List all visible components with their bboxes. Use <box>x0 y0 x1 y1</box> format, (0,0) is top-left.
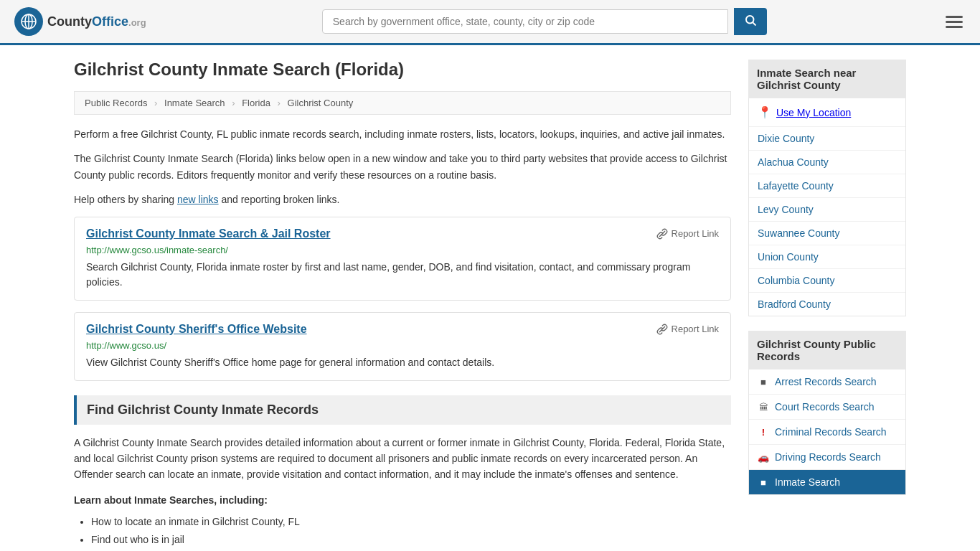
report-link-button-2[interactable]: Report Link <box>656 324 719 335</box>
description-1: Perform a free Gilchrist County, FL publ… <box>74 126 731 142</box>
link-card-1-desc: Search Gilchrist County, Florida inmate … <box>86 260 719 290</box>
breadcrumb-sep-3: › <box>278 98 281 108</box>
alachua-county-link[interactable]: Alachua County <box>758 156 829 168</box>
learn-section: Learn about Inmate Searches, including: … <box>74 494 731 549</box>
inmate-search-link[interactable]: Inmate Search <box>775 476 840 488</box>
find-section-header: Find Gilchrist County Inmate Records <box>74 395 731 425</box>
link-card-2-title[interactable]: Gilchrist County Sheriff's Office Websit… <box>86 323 307 336</box>
sidebar-item-lafayette: Lafayette County <box>749 174 905 198</box>
content-area: Gilchrist County Inmate Search (Florida)… <box>74 60 731 549</box>
court-records-link[interactable]: Court Records Search <box>775 401 875 413</box>
breadcrumb-florida[interactable]: Florida <box>242 98 270 108</box>
menu-button[interactable] <box>943 13 966 31</box>
inmate-icon: ■ <box>758 477 769 488</box>
sidebar-nearby-list: 📍 Use My Location Dixie County Alachua C… <box>748 98 906 316</box>
sidebar-inmate-search: ■ Inmate Search <box>749 470 905 494</box>
union-county-link[interactable]: Union County <box>758 251 819 263</box>
sidebar-driving-records: 🚗 Driving Records Search <box>749 445 905 470</box>
court-icon: 🏛 <box>758 402 769 413</box>
criminal-icon: ! <box>758 427 769 438</box>
link-card-1-header: Gilchrist County Inmate Search & Jail Ro… <box>86 227 719 240</box>
sidebar-item-union: Union County <box>749 245 905 269</box>
link-card-1-title[interactable]: Gilchrist County Inmate Search & Jail Ro… <box>86 227 331 240</box>
sidebar-item-suwannee: Suwannee County <box>749 222 905 245</box>
description-3: Help others by sharing new links and rep… <box>74 192 731 207</box>
new-links-link[interactable]: new links <box>177 194 219 205</box>
sidebar-use-my-location[interactable]: 📍 Use My Location <box>749 98 905 127</box>
logo-icon <box>14 7 43 36</box>
arrest-icon: ■ <box>758 377 769 387</box>
sidebar-item-columbia: Columbia County <box>749 269 905 293</box>
desc3-suffix: and reporting broken links. <box>219 194 340 205</box>
sidebar-item-alachua: Alachua County <box>749 151 905 174</box>
search-area <box>322 8 767 35</box>
svg-line-5 <box>753 22 755 25</box>
link-card-2-url[interactable]: http://www.gcso.us/ <box>86 340 719 351</box>
link-card-1: Gilchrist County Inmate Search & Jail Ro… <box>74 217 731 301</box>
find-section-title: Find Gilchrist County Inmate Records <box>87 402 721 418</box>
sidebar-criminal-records: ! Criminal Records Search <box>749 420 905 445</box>
levy-county-link[interactable]: Levy County <box>758 204 814 215</box>
location-icon: 📍 <box>758 105 772 119</box>
driving-icon: 🚗 <box>758 452 769 463</box>
link-card-2: Gilchrist County Sheriff's Office Websit… <box>74 312 731 381</box>
find-section-desc: A Gilchrist County Inmate Search provide… <box>74 435 731 483</box>
svg-line-6 <box>659 231 665 237</box>
driving-records-link[interactable]: Driving Records Search <box>775 451 881 463</box>
sidebar-item-dixie: Dixie County <box>749 127 905 151</box>
report-link-button-1[interactable]: Report Link <box>656 228 719 240</box>
sidebar-court-records: 🏛 Court Records Search <box>749 395 905 420</box>
breadcrumb-sep-2: › <box>232 98 235 108</box>
link-card-2-desc: View Gilchrist County Sheriff's Office h… <box>86 355 719 370</box>
sidebar-item-levy: Levy County <box>749 198 905 222</box>
breadcrumb-public-records[interactable]: Public Records <box>85 98 147 108</box>
search-button[interactable] <box>734 8 767 35</box>
description-2: The Gilchrist County Inmate Search (Flor… <box>74 151 731 183</box>
sidebar-public-records-list: ■ Arrest Records Search 🏛 Court Records … <box>748 369 906 495</box>
arrest-records-link[interactable]: Arrest Records Search <box>775 376 877 387</box>
sidebar-public-records-section: Gilchrist County Public Records ■ Arrest… <box>748 331 906 495</box>
report-link-label-2: Report Link <box>672 324 719 334</box>
columbia-county-link[interactable]: Columbia County <box>758 275 834 286</box>
learn-list: How to locate an inmate in Gilchrist Cou… <box>91 513 731 549</box>
page-title: Gilchrist County Inmate Search (Florida) <box>74 60 731 80</box>
logo-area: CountyOffice.org <box>14 7 146 36</box>
main-container: Gilchrist County Inmate Search (Florida)… <box>60 45 920 551</box>
use-my-location-link[interactable]: Use My Location <box>776 107 851 118</box>
learn-item-2: Find out who is in jail <box>91 531 731 549</box>
desc3-prefix: Help others by sharing <box>74 194 177 205</box>
breadcrumb-gilchrist-county[interactable]: Gilchrist County <box>288 98 354 108</box>
sidebar-nearby-section: Inmate Search near Gilchrist County 📍 Us… <box>748 60 906 316</box>
link-card-2-header: Gilchrist County Sheriff's Office Websit… <box>86 323 719 336</box>
breadcrumb-sep-1: › <box>154 98 157 108</box>
logo-text: CountyOffice.org <box>47 14 146 29</box>
learn-item-1: How to locate an inmate in Gilchrist Cou… <box>91 513 731 531</box>
sidebar: Inmate Search near Gilchrist County 📍 Us… <box>748 60 906 549</box>
svg-line-7 <box>659 326 665 332</box>
sidebar-public-records-title: Gilchrist County Public Records <box>748 331 906 369</box>
search-input[interactable] <box>322 9 728 34</box>
breadcrumb-inmate-search[interactable]: Inmate Search <box>164 98 225 108</box>
bradford-county-link[interactable]: Bradford County <box>758 298 831 310</box>
dixie-county-link[interactable]: Dixie County <box>758 133 814 144</box>
criminal-records-link[interactable]: Criminal Records Search <box>775 426 887 438</box>
sidebar-arrest-records: ■ Arrest Records Search <box>749 369 905 395</box>
report-link-label-1: Report Link <box>672 228 719 239</box>
breadcrumb: Public Records › Inmate Search › Florida… <box>74 91 731 115</box>
learn-title: Learn about Inmate Searches, including: <box>74 494 731 506</box>
sidebar-item-bradford: Bradford County <box>749 293 905 316</box>
suwannee-county-link[interactable]: Suwannee County <box>758 227 839 239</box>
svg-point-4 <box>746 16 754 24</box>
lafayette-county-link[interactable]: Lafayette County <box>758 180 834 192</box>
sidebar-nearby-title: Inmate Search near Gilchrist County <box>748 60 906 98</box>
link-card-1-url[interactable]: http://www.gcso.us/inmate-search/ <box>86 245 719 255</box>
header: CountyOffice.org <box>0 0 980 45</box>
